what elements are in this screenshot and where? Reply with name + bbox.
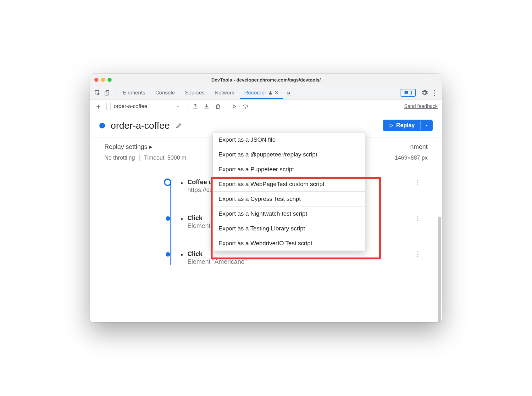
titlebar: DevTools - developer.chrome.com/tags/dev… xyxy=(90,74,442,86)
tab-recorder[interactable]: Recorder ✕ xyxy=(240,86,283,99)
export-option-json[interactable]: Export as a JSON file xyxy=(213,133,365,147)
send-feedback-link[interactable]: Send feedback xyxy=(404,104,438,109)
separator xyxy=(390,154,390,161)
step-title: Coffee c xyxy=(187,178,213,186)
export-option-webpagetest[interactable]: Export as a WebPageTest custom script xyxy=(213,177,365,192)
step-kebab-icon[interactable]: ⋮ xyxy=(414,178,421,187)
devtools-tabstrip: Elements Console Sources Network Recorde… xyxy=(90,86,442,99)
replay-main[interactable]: Replay xyxy=(383,120,420,131)
inspect-icon[interactable] xyxy=(93,88,102,97)
device-icon[interactable] xyxy=(103,88,112,97)
flask-icon xyxy=(268,91,273,95)
caret-right-icon: ▸ xyxy=(149,143,152,150)
caret-down-icon xyxy=(424,123,429,128)
tab-label: Elements xyxy=(123,90,145,96)
settings-gear-icon[interactable] xyxy=(420,88,429,97)
step-item[interactable]: ▸ Click Element "Americano" ⋮ xyxy=(167,250,428,265)
replay-dropdown-toggle[interactable] xyxy=(420,121,433,130)
issues-badge[interactable]: 1 xyxy=(401,89,416,97)
tab-elements[interactable]: Elements xyxy=(119,86,150,99)
step-kebab-icon[interactable]: ⋮ xyxy=(414,250,421,258)
export-option-webdriverio[interactable]: Export as a WebdriverIO Test script xyxy=(213,236,365,251)
export-option-cypress[interactable]: Export as a Cypress Test script xyxy=(213,192,365,206)
replay-label: Replay xyxy=(396,122,415,129)
export-menu: Export as a JSON file Export as a @puppe… xyxy=(213,132,365,251)
recording-selector[interactable]: order-a-coffee xyxy=(110,102,183,111)
step-node-icon xyxy=(166,216,170,221)
export-option-testing-library[interactable]: Export as a Testing Library script xyxy=(213,221,365,236)
tab-console[interactable]: Console xyxy=(151,86,179,99)
tab-network[interactable]: Network xyxy=(210,86,239,99)
viewport-dimensions: 1469×887 px xyxy=(395,155,428,161)
separator xyxy=(139,154,140,161)
more-tabs-icon[interactable]: » xyxy=(284,88,293,97)
close-tab-icon[interactable]: ✕ xyxy=(274,90,279,96)
edit-title-icon[interactable] xyxy=(175,122,182,129)
expand-icon[interactable]: ▸ xyxy=(181,250,184,257)
window-title: DevTools - developer.chrome.com/tags/dev… xyxy=(90,77,442,82)
selected-recording-label: order-a-coffee xyxy=(114,103,147,110)
delete-icon[interactable] xyxy=(214,102,222,110)
devtools-window: DevTools - developer.chrome.com/tags/dev… xyxy=(90,74,442,322)
tab-label: Recorder xyxy=(244,90,266,96)
step-icon[interactable] xyxy=(230,102,238,110)
step-kebab-icon[interactable]: ⋮ xyxy=(414,214,421,223)
svg-point-3 xyxy=(245,107,246,108)
new-recording-icon[interactable]: ＋ xyxy=(94,102,103,110)
throttling-value[interactable]: No throttling xyxy=(104,155,135,161)
issues-count: 1 xyxy=(410,90,413,95)
export-option-puppeteer-replay[interactable]: Export as a @puppeteer/replay script xyxy=(213,147,365,162)
svg-rect-2 xyxy=(105,92,107,95)
export-option-puppeteer[interactable]: Export as a Puppeteer script xyxy=(213,162,365,177)
step-subtitle: Element "Americano" xyxy=(187,258,247,265)
replay-button[interactable]: Replay xyxy=(383,120,433,131)
recording-status-dot-icon xyxy=(99,123,105,128)
separator xyxy=(106,103,107,110)
scrollbar-thumb[interactable] xyxy=(438,217,441,322)
settings-heading-label: Replay settings xyxy=(104,143,147,150)
import-icon[interactable] xyxy=(202,102,211,110)
step-over-icon[interactable] xyxy=(241,102,249,110)
export-icon[interactable] xyxy=(191,102,199,110)
step-subtitle: https://co xyxy=(187,186,213,194)
tab-label: Console xyxy=(155,90,175,96)
export-option-nightwatch[interactable]: Export as a Nightwatch test script xyxy=(213,206,365,221)
separator xyxy=(187,103,187,110)
recording-title: order-a-coffee xyxy=(111,120,170,131)
expand-icon[interactable]: ▸ xyxy=(181,178,184,186)
play-icon xyxy=(389,123,394,128)
step-title: Click xyxy=(187,250,247,257)
step-node-icon xyxy=(164,178,171,186)
step-node-icon xyxy=(166,252,170,257)
recorder-toolbar: ＋ order-a-coffee Send feedback xyxy=(90,99,442,113)
separator xyxy=(115,89,115,96)
tab-sources[interactable]: Sources xyxy=(180,86,209,99)
tab-label: Network xyxy=(215,90,234,96)
separator xyxy=(226,103,226,110)
tab-label: Sources xyxy=(185,90,204,96)
expand-icon[interactable]: ▸ xyxy=(181,214,184,222)
kebab-menu-icon[interactable]: ⋮ xyxy=(430,88,439,97)
chevron-down-icon xyxy=(175,104,180,109)
chat-icon xyxy=(404,90,409,95)
timeout-value[interactable]: Timeout: 5000 m xyxy=(144,155,186,161)
environment-heading-partial: nment xyxy=(410,143,428,150)
